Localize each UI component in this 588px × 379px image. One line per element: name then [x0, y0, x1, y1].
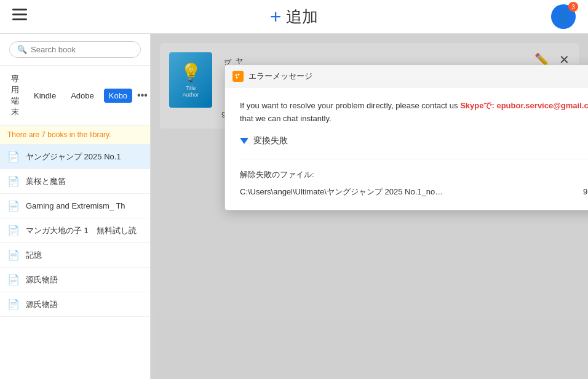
book-title: ヤングジャンプ 2025 No.1	[26, 151, 121, 162]
book-title: マンガ大地の子 1 無料試し読	[26, 225, 137, 236]
svg-rect-2	[12, 18, 27, 20]
svg-point-5	[238, 73, 240, 75]
book-title: 源氏物語	[26, 274, 58, 285]
tab-kindle[interactable]: Kindle	[29, 89, 61, 103]
search-icon: 🔍	[17, 45, 27, 54]
error-file-path: C:\Users\angel\Ultimate\ヤングジャンプ 2025 No.…	[240, 186, 443, 197]
book-item[interactable]: 📄 ヤングジャンプ 2025 No.1	[0, 145, 150, 169]
svg-rect-1	[12, 14, 27, 15]
tab-kobo[interactable]: Kobo	[104, 89, 132, 103]
book-title: 記憶	[26, 250, 42, 261]
search-input[interactable]	[31, 45, 133, 54]
triangle-icon	[240, 138, 248, 144]
user-avatar[interactable]: 👤 3	[551, 4, 576, 29]
book-icon: 📄	[7, 274, 20, 285]
book-title: 葉桜と魔笛	[26, 176, 66, 187]
tab-more[interactable]: •••	[137, 90, 148, 101]
menu-icon[interactable]	[12, 9, 27, 25]
svg-rect-0	[12, 9, 27, 10]
email-link[interactable]: epubor.service@gmail.com	[496, 101, 588, 110]
error-file-size: 93.47MB	[583, 187, 588, 196]
error-message-line1: If you want to resolve your problem dire…	[240, 101, 460, 110]
tab-dedicated[interactable]: 専用端末	[6, 71, 24, 120]
book-title: Gaming and Extremism_ Th	[26, 201, 125, 210]
book-item[interactable]: 📄 Gaming and Extremism_ Th	[0, 194, 150, 218]
main-layout: 🔍 専用端末 Kindle Adobe Kobo ••• There are 7…	[0, 34, 588, 379]
svg-point-4	[236, 74, 237, 76]
add-icon: +	[270, 6, 282, 28]
convert-fail-section: 変換失敗	[240, 135, 588, 146]
add-label: 追加	[286, 6, 318, 28]
add-button[interactable]: + 追加	[270, 6, 319, 28]
search-bar: 🔍	[0, 34, 150, 66]
search-input-wrap[interactable]: 🔍	[9, 41, 141, 58]
svg-point-6	[236, 76, 238, 78]
convert-fail-toggle[interactable]: 変換失敗	[240, 135, 588, 146]
error-dialog-header: エラーメッセージ ✕	[225, 65, 588, 87]
error-dialog-title: エラーメッセージ	[248, 71, 588, 82]
library-info: There are 7 books in the library.	[0, 126, 150, 145]
error-dialog-icon	[232, 71, 244, 82]
header: + 追加 👤 3	[0, 0, 588, 34]
book-item[interactable]: 📄 源氏物語	[0, 292, 150, 317]
notification-badge: 3	[568, 2, 578, 12]
book-icon: 📄	[7, 151, 20, 162]
book-list: 📄 ヤングジャンプ 2025 No.1 📄 葉桜と魔笛 📄 Gaming and…	[0, 145, 150, 379]
book-title: 源氏物語	[26, 299, 58, 310]
book-icon: 📄	[7, 200, 20, 212]
sidebar: 🔍 専用端末 Kindle Adobe Kobo ••• There are 7…	[0, 34, 151, 379]
error-file-row: C:\Users\angel\Ultimate\ヤングジャンプ 2025 No.…	[240, 186, 588, 197]
error-message-text: If you want to resolve your problem dire…	[240, 100, 588, 126]
book-icon: 📄	[7, 298, 20, 310]
book-item[interactable]: 📄 マンガ大地の子 1 無料試し読	[0, 218, 150, 243]
tab-adobe[interactable]: Adobe	[66, 89, 99, 103]
book-item[interactable]: 📄 葉桜と魔笛	[0, 169, 150, 194]
error-detail-section: 解除失敗のファイル: C:\Users\angel\Ultimate\ヤングジャ…	[240, 159, 588, 197]
book-icon: 📄	[7, 175, 20, 187]
content-area: 💡 TitleAuthor ヤングジャンプ… 96.12MB ✏️ ✕ ！ 失敗	[151, 34, 588, 379]
convert-fail-label: 変換失敗	[253, 135, 288, 146]
filter-tabs: 専用端末 Kindle Adobe Kobo •••	[0, 66, 150, 126]
error-dialog: エラーメッセージ ✕ If you want to resolve your p…	[224, 65, 588, 210]
book-item[interactable]: 📄 源氏物語	[0, 268, 150, 292]
error-detail-label: 解除失敗のファイル:	[240, 169, 588, 180]
error-dialog-body: If you want to resolve your problem dire…	[225, 87, 588, 210]
book-item[interactable]: 📄 記憶	[0, 243, 150, 268]
book-icon: 📄	[7, 249, 20, 261]
skype-link[interactable]: Skypeで:	[460, 101, 495, 110]
user-icon: 👤	[556, 9, 571, 24]
book-icon: 📄	[7, 225, 20, 236]
